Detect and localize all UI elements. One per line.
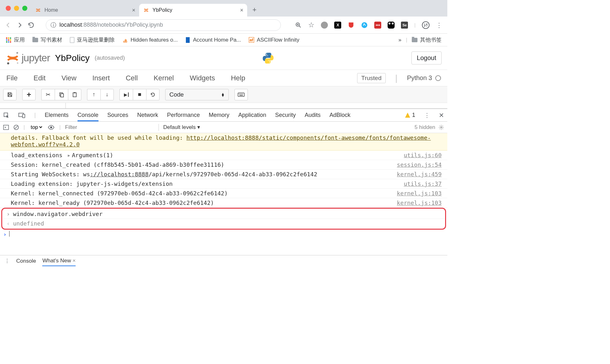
menu-view[interactable]: View: [61, 74, 76, 82]
add-cell-button[interactable]: +: [22, 89, 36, 100]
inspect-icon[interactable]: [3, 112, 10, 118]
run-button[interactable]: ▶: [119, 89, 133, 100]
source-link[interactable]: kernel.js:103: [390, 199, 442, 206]
devtools-tab-security[interactable]: Security: [275, 112, 296, 118]
levels-select[interactable]: Default levels ▾: [163, 124, 200, 131]
source-link[interactable]: session.js:54: [390, 161, 442, 168]
source-link[interactable]: utils.js:60: [397, 152, 442, 158]
close-window-button[interactable]: [6, 6, 11, 11]
bookmark-item[interactable]: Account Home Pa...: [185, 37, 241, 43]
cursor: [9, 231, 10, 237]
paste-button[interactable]: [68, 89, 81, 100]
zoom-icon[interactable]: [295, 22, 302, 29]
stop-button[interactable]: ■: [133, 89, 146, 100]
bookmark-label: 写书素材: [41, 36, 62, 44]
bookmark-item[interactable]: afASCIIFlow Infinity: [249, 37, 300, 43]
source-link[interactable]: kernel.js:103: [390, 190, 442, 197]
context-select[interactable]: top: [29, 124, 43, 131]
warning-count[interactable]: 1: [405, 112, 415, 118]
browser-tab-home[interactable]: Home ×: [31, 4, 139, 17]
devtools-menu-icon[interactable]: ⋮: [424, 112, 430, 119]
selenium-icon[interactable]: Se: [401, 22, 408, 29]
svg-rect-10: [10, 41, 11, 43]
close-icon[interactable]: ×: [132, 7, 135, 14]
jupyter-logo[interactable]: jupyter: [6, 51, 50, 65]
reload-button[interactable]: [27, 21, 36, 30]
logout-button[interactable]: Logout: [411, 51, 442, 64]
move-down-button[interactable]: ↓: [100, 89, 114, 100]
menu-edit[interactable]: Edit: [33, 74, 45, 82]
move-up-button[interactable]: ↑: [87, 89, 100, 100]
save-button[interactable]: [3, 89, 17, 100]
command-palette-button[interactable]: [234, 89, 248, 100]
console-log: load_extensions ▸Arguments(1)utils.js:60: [0, 151, 447, 160]
extension-icon[interactable]: [422, 21, 430, 29]
bookmark-label: 其他书签: [420, 36, 442, 44]
star-icon[interactable]: ☆: [308, 21, 315, 29]
drawer-tab-console[interactable]: Console: [16, 258, 36, 264]
devtools-tab-memory[interactable]: Memory: [209, 112, 229, 118]
info-icon[interactable]: ⓘ: [51, 21, 56, 29]
svg-rect-3: [8, 37, 9, 39]
celltype-select[interactable]: Code▲▼: [165, 89, 229, 100]
bookmarks-overflow[interactable]: »: [398, 37, 401, 43]
copy-button[interactable]: [55, 89, 68, 100]
trusted-indicator[interactable]: Trusted: [357, 73, 386, 83]
other-bookmarks[interactable]: 其他书签: [412, 36, 442, 44]
browser-tab-ybpolicy[interactable]: YbPolicy ×: [139, 4, 247, 17]
extension-icon[interactable]: X: [334, 22, 341, 29]
kernel-indicator[interactable]: Python 3: [407, 74, 441, 82]
menu-help[interactable]: Help: [231, 74, 245, 82]
devtools-tab-console[interactable]: Console: [78, 112, 98, 121]
expander-icon[interactable]: ▸: [67, 152, 71, 158]
close-icon[interactable]: ×: [240, 7, 243, 14]
menu-cell[interactable]: Cell: [126, 74, 138, 82]
drawer-menu-icon[interactable]: ⋮: [4, 258, 10, 264]
cut-button[interactable]: ✂: [41, 89, 55, 100]
drawer-tab-whatsnew[interactable]: What's New ×: [42, 258, 76, 266]
console-sidebar-icon[interactable]: [3, 125, 9, 130]
address-bar[interactable]: ⓘ localhost:8888/notebooks/YbPolicy.ipyn…: [46, 19, 281, 31]
apps-button[interactable]: 应用: [6, 36, 25, 44]
extension-icon[interactable]: [321, 22, 328, 29]
device-icon[interactable]: [18, 112, 25, 118]
highlighted-region: ›window.navigator.webdriver ‹undefined: [1, 208, 446, 230]
extension-icon[interactable]: [361, 22, 368, 29]
menu-file[interactable]: File: [6, 74, 17, 82]
browser-toolbar: ⓘ localhost:8888/notebooks/YbPolicy.ipyn…: [0, 17, 447, 34]
devtools-tab-adblock[interactable]: AdBlock: [329, 112, 350, 118]
ublock-icon[interactable]: [348, 22, 355, 29]
toolbar-right: ☆ X ••• Se | ⋮: [295, 21, 442, 29]
extension-icon[interactable]: •••: [374, 22, 381, 29]
devtools-tab-sources[interactable]: Sources: [107, 112, 128, 118]
devtools-tab-audits[interactable]: Audits: [305, 112, 321, 118]
menu-widgets[interactable]: Widgets: [190, 74, 215, 82]
bookmark-item[interactable]: 写书素材: [32, 36, 62, 44]
menu-kernel[interactable]: Kernel: [154, 74, 174, 82]
settings-icon[interactable]: [438, 125, 444, 130]
clear-console-icon[interactable]: [13, 125, 19, 130]
bookmark-item[interactable]: Hidden features o...: [122, 37, 178, 43]
restart-button[interactable]: [146, 89, 159, 100]
bookmark-item[interactable]: 亚马逊批量删除: [70, 36, 115, 44]
devtools-tab-elements[interactable]: Elements: [45, 112, 69, 118]
minimize-window-button[interactable]: [14, 6, 19, 11]
devtools-tab-application[interactable]: Application: [238, 112, 266, 118]
devtools-close-icon[interactable]: ✕: [439, 111, 444, 119]
eye-icon[interactable]: [48, 125, 55, 130]
source-link[interactable]: kernel.js:459: [390, 171, 442, 178]
maximize-window-button[interactable]: [22, 6, 27, 11]
forward-button[interactable]: [15, 21, 24, 30]
menu-icon[interactable]: ⋮: [436, 21, 442, 29]
extension-icon[interactable]: [388, 22, 395, 29]
devtools-tab-network[interactable]: Network: [137, 112, 158, 118]
console-prompt[interactable]: ›: [0, 230, 447, 239]
devtools-tab-performance[interactable]: Performance: [167, 112, 200, 118]
back-button[interactable]: [4, 21, 13, 30]
new-tab-button[interactable]: +: [249, 4, 260, 15]
close-icon[interactable]: ×: [72, 258, 76, 264]
notebook-name[interactable]: YbPolicy: [55, 53, 90, 63]
source-link[interactable]: utils.js:37: [397, 180, 442, 187]
menu-insert[interactable]: Insert: [92, 74, 110, 82]
filter-input[interactable]: [65, 124, 154, 131]
